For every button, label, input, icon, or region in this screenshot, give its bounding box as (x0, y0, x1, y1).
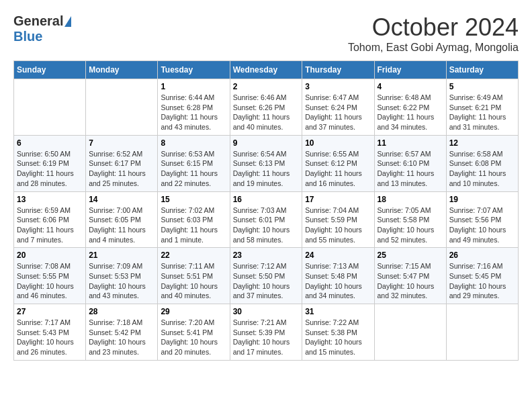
calendar-cell: 18Sunrise: 7:05 AMSunset: 5:58 PMDayligh… (374, 191, 446, 248)
day-info: Sunrise: 6:47 AMSunset: 6:24 PMDaylight:… (305, 93, 371, 132)
logo-triangle (64, 16, 71, 27)
day-number: 16 (233, 195, 300, 204)
calendar-cell: 27Sunrise: 7:17 AMSunset: 5:43 PMDayligh… (14, 304, 86, 361)
day-number: 27 (17, 307, 83, 316)
day-number: 4 (378, 82, 443, 91)
day-info: Sunrise: 7:07 AMSunset: 5:56 PMDaylight:… (449, 205, 515, 245)
calendar-day-header: Tuesday (158, 61, 230, 79)
calendar-cell: 16Sunrise: 7:03 AMSunset: 6:01 PMDayligh… (230, 191, 302, 248)
day-number: 1 (161, 82, 226, 91)
logo-general-text: General (13, 13, 63, 29)
day-info: Sunrise: 7:05 AMSunset: 5:58 PMDaylight:… (378, 205, 443, 245)
day-number: 12 (449, 138, 515, 148)
calendar-day-header: Wednesday (230, 61, 302, 79)
calendar-cell: 11Sunrise: 6:57 AMSunset: 6:10 PMDayligh… (374, 135, 446, 191)
calendar-cell: 23Sunrise: 7:12 AMSunset: 5:50 PMDayligh… (230, 248, 302, 304)
calendar-cell: 25Sunrise: 7:15 AMSunset: 5:47 PMDayligh… (374, 248, 446, 304)
day-number: 19 (449, 195, 515, 204)
calendar-week-row: 13Sunrise: 6:59 AMSunset: 6:06 PMDayligh… (14, 191, 519, 248)
calendar-week-row: 1Sunrise: 6:44 AMSunset: 6:28 PMDaylight… (14, 79, 519, 136)
day-info: Sunrise: 6:50 AMSunset: 6:19 PMDaylight:… (17, 149, 83, 189)
day-number: 18 (378, 195, 443, 204)
calendar-cell: 4Sunrise: 6:48 AMSunset: 6:22 PMDaylight… (374, 79, 446, 136)
calendar-cell (446, 304, 518, 361)
day-info: Sunrise: 7:03 AMSunset: 6:01 PMDaylight:… (233, 205, 300, 245)
calendar-cell: 2Sunrise: 6:46 AMSunset: 6:26 PMDaylight… (230, 79, 302, 136)
title-section: October 2024 Tohom, East Gobi Aymag, Mon… (348, 13, 519, 54)
day-number: 24 (305, 250, 371, 260)
calendar-cell: 15Sunrise: 7:02 AMSunset: 6:03 PMDayligh… (158, 191, 230, 248)
calendar-day-header: Saturday (446, 61, 518, 79)
calendar-cell: 29Sunrise: 7:20 AMSunset: 5:41 PMDayligh… (158, 304, 230, 361)
day-info: Sunrise: 7:11 AMSunset: 5:51 PMDaylight:… (161, 261, 226, 301)
page-header: General Blue October 2024 Tohom, East Go… (13, 13, 519, 54)
day-info: Sunrise: 6:58 AMSunset: 6:08 PMDaylight:… (449, 149, 515, 189)
subtitle: Tohom, East Gobi Aymag, Mongolia (348, 42, 519, 54)
day-info: Sunrise: 7:22 AMSunset: 5:38 PMDaylight:… (305, 318, 371, 357)
month-title: October 2024 (348, 13, 519, 42)
day-number: 21 (89, 250, 154, 260)
calendar-day-header: Sunday (14, 61, 86, 79)
calendar-day-header: Monday (86, 61, 158, 79)
logo: General Blue (13, 13, 71, 44)
day-number: 28 (89, 307, 154, 316)
day-number: 30 (233, 307, 300, 316)
day-number: 2 (233, 82, 300, 91)
day-info: Sunrise: 7:17 AMSunset: 5:43 PMDaylight:… (17, 318, 83, 357)
day-number: 25 (378, 250, 443, 260)
calendar-cell (14, 79, 86, 136)
calendar-cell: 30Sunrise: 7:21 AMSunset: 5:39 PMDayligh… (230, 304, 302, 361)
day-number: 23 (233, 250, 300, 260)
calendar-cell: 1Sunrise: 6:44 AMSunset: 6:28 PMDaylight… (158, 79, 230, 136)
calendar-cell: 28Sunrise: 7:18 AMSunset: 5:42 PMDayligh… (86, 304, 158, 361)
day-number: 14 (89, 195, 154, 204)
calendar-week-row: 27Sunrise: 7:17 AMSunset: 5:43 PMDayligh… (14, 304, 519, 361)
day-info: Sunrise: 6:57 AMSunset: 6:10 PMDaylight:… (378, 149, 443, 189)
day-info: Sunrise: 6:59 AMSunset: 6:06 PMDaylight:… (17, 205, 83, 245)
calendar-cell: 6Sunrise: 6:50 AMSunset: 6:19 PMDaylight… (14, 135, 86, 191)
calendar-cell: 14Sunrise: 7:00 AMSunset: 6:05 PMDayligh… (86, 191, 158, 248)
day-info: Sunrise: 7:18 AMSunset: 5:42 PMDaylight:… (89, 318, 154, 357)
calendar-cell: 10Sunrise: 6:55 AMSunset: 6:12 PMDayligh… (302, 135, 374, 191)
day-number: 10 (305, 138, 371, 148)
calendar-day-header: Friday (374, 61, 446, 79)
calendar-cell: 7Sunrise: 6:52 AMSunset: 6:17 PMDaylight… (86, 135, 158, 191)
day-info: Sunrise: 6:44 AMSunset: 6:28 PMDaylight:… (161, 93, 226, 132)
day-number: 3 (305, 82, 371, 91)
calendar-cell: 20Sunrise: 7:08 AMSunset: 5:55 PMDayligh… (14, 248, 86, 304)
calendar-week-row: 6Sunrise: 6:50 AMSunset: 6:19 PMDaylight… (14, 135, 519, 191)
day-info: Sunrise: 7:08 AMSunset: 5:55 PMDaylight:… (17, 261, 83, 301)
calendar-cell: 13Sunrise: 6:59 AMSunset: 6:06 PMDayligh… (14, 191, 86, 248)
calendar-cell: 9Sunrise: 6:54 AMSunset: 6:13 PMDaylight… (230, 135, 302, 191)
day-info: Sunrise: 7:15 AMSunset: 5:47 PMDaylight:… (378, 261, 443, 301)
day-number: 15 (161, 195, 226, 204)
day-number: 20 (17, 250, 83, 260)
day-number: 5 (449, 82, 515, 91)
day-number: 9 (233, 138, 300, 148)
day-info: Sunrise: 7:20 AMSunset: 5:41 PMDaylight:… (161, 318, 226, 357)
day-info: Sunrise: 6:55 AMSunset: 6:12 PMDaylight:… (305, 149, 371, 189)
day-info: Sunrise: 6:46 AMSunset: 6:26 PMDaylight:… (233, 93, 300, 132)
day-info: Sunrise: 7:09 AMSunset: 5:53 PMDaylight:… (89, 261, 154, 301)
day-number: 11 (378, 138, 443, 148)
day-number: 17 (305, 195, 371, 204)
day-number: 22 (161, 250, 226, 260)
calendar-week-row: 20Sunrise: 7:08 AMSunset: 5:55 PMDayligh… (14, 248, 519, 304)
calendar-cell (374, 304, 446, 361)
calendar-cell: 26Sunrise: 7:16 AMSunset: 5:45 PMDayligh… (446, 248, 518, 304)
day-info: Sunrise: 7:13 AMSunset: 5:48 PMDaylight:… (305, 261, 371, 301)
day-info: Sunrise: 7:21 AMSunset: 5:39 PMDaylight:… (233, 318, 300, 357)
day-number: 8 (161, 138, 226, 148)
calendar-cell: 21Sunrise: 7:09 AMSunset: 5:53 PMDayligh… (86, 248, 158, 304)
day-number: 6 (17, 138, 83, 148)
day-info: Sunrise: 7:02 AMSunset: 6:03 PMDaylight:… (161, 205, 226, 245)
day-info: Sunrise: 6:53 AMSunset: 6:15 PMDaylight:… (161, 149, 226, 189)
day-info: Sunrise: 7:12 AMSunset: 5:50 PMDaylight:… (233, 261, 300, 301)
day-info: Sunrise: 6:48 AMSunset: 6:22 PMDaylight:… (378, 93, 443, 132)
day-info: Sunrise: 7:00 AMSunset: 6:05 PMDaylight:… (89, 205, 154, 245)
day-info: Sunrise: 6:52 AMSunset: 6:17 PMDaylight:… (89, 149, 154, 189)
calendar-cell: 12Sunrise: 6:58 AMSunset: 6:08 PMDayligh… (446, 135, 518, 191)
day-number: 26 (449, 250, 515, 260)
calendar-cell: 31Sunrise: 7:22 AMSunset: 5:38 PMDayligh… (302, 304, 374, 361)
logo-blue-text: Blue (13, 29, 42, 44)
